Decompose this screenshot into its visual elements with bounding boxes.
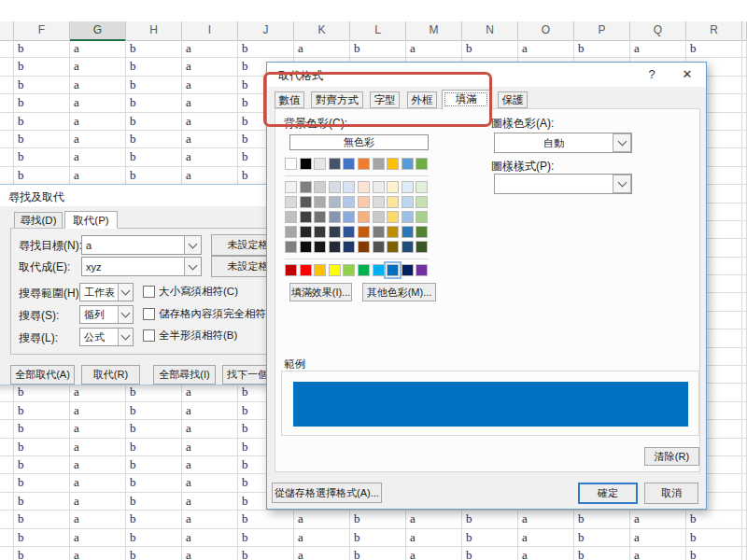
tab-font[interactable]: 字型 [370, 91, 400, 108]
color-swatch-variant[interactable] [329, 211, 341, 223]
grid-cell[interactable]: b [686, 547, 742, 560]
find-what-dropdown-icon[interactable] [184, 236, 201, 254]
color-swatch-variant[interactable] [387, 196, 399, 208]
pattern-style-dropdown-icon[interactable] [613, 175, 631, 193]
color-swatch-variant[interactable] [416, 211, 428, 223]
column-header-F[interactable]: F [14, 21, 70, 41]
column-header-P[interactable]: P [574, 21, 630, 41]
color-swatch-theme[interactable] [329, 158, 341, 170]
tab-replace[interactable]: 取代(P) [64, 211, 118, 229]
column-header-L[interactable]: L [350, 21, 406, 41]
grid-cell[interactable]: a [182, 547, 238, 560]
color-swatch-variant[interactable] [329, 226, 341, 238]
replace-with-dropdown-icon[interactable] [184, 258, 201, 275]
grid-cell[interactable]: a [294, 529, 350, 547]
grid-cell[interactable]: b [350, 529, 406, 547]
color-swatch-variant[interactable] [416, 241, 428, 253]
grid-cell[interactable]: b [238, 40, 294, 58]
grid-cell[interactable]: a [70, 131, 126, 148]
color-swatch-variant[interactable] [329, 241, 341, 253]
column-header-J[interactable]: J [238, 21, 294, 41]
grid-cell[interactable]: a [70, 113, 126, 131]
color-swatch-variant[interactable] [402, 226, 414, 238]
color-swatch-variant[interactable] [300, 226, 312, 238]
tab-border[interactable]: 外框 [407, 91, 437, 108]
grid-cell[interactable]: a [182, 94, 238, 112]
grid-cell[interactable]: a [182, 439, 238, 456]
color-swatch-variant[interactable] [358, 241, 370, 253]
color-swatch-variant[interactable] [416, 181, 428, 193]
grid-cell[interactable]: a [630, 547, 686, 560]
grid-cell[interactable]: b [126, 529, 182, 547]
grid-cell[interactable]: a [182, 474, 238, 492]
color-swatch-variant[interactable] [402, 241, 414, 253]
grid-cell[interactable]: b [126, 456, 182, 474]
grid-cell[interactable]: b [126, 493, 182, 511]
color-swatch-theme[interactable] [402, 158, 414, 170]
grid-cell[interactable]: a [182, 529, 238, 547]
grid-cell[interactable]: a [70, 402, 126, 420]
color-swatch-standard[interactable] [358, 264, 370, 276]
color-swatch-variant[interactable] [387, 211, 399, 223]
grid-cell[interactable]: b [462, 40, 518, 58]
grid-cell[interactable]: a [182, 456, 238, 474]
grid-cell[interactable]: b [462, 529, 518, 547]
color-swatch-theme[interactable] [373, 158, 385, 170]
grid-cell[interactable]: b [126, 402, 182, 420]
color-swatch-variant[interactable] [373, 196, 385, 208]
no-color-button[interactable]: 無色彩 [289, 134, 429, 150]
grid-cell[interactable]: b [574, 547, 630, 560]
look-in-dropdown-icon[interactable] [118, 329, 133, 345]
grid-cell[interactable]: a [182, 384, 238, 401]
grid-cell[interactable]: b [238, 511, 294, 528]
grid-cell[interactable]: a [70, 40, 126, 58]
fill-effects-button[interactable]: 填滿效果(I)... [289, 283, 352, 301]
color-swatch-selected[interactable] [387, 264, 399, 276]
grid-cell[interactable]: a [70, 148, 126, 166]
color-swatch-standard[interactable] [373, 264, 385, 276]
grid-cell[interactable]: b [126, 420, 182, 438]
help-icon[interactable]: ? [639, 66, 665, 83]
grid-cell[interactable]: a [70, 167, 126, 185]
search-order-select[interactable]: 循列 [79, 305, 134, 324]
grid-cell[interactable]: b [462, 547, 518, 560]
color-swatch-standard[interactable] [402, 264, 414, 276]
grid-cell[interactable]: a [182, 420, 238, 438]
grid-cell[interactable]: a [630, 511, 686, 528]
grid-cell[interactable]: a [70, 439, 126, 456]
grid-cell[interactable]: a [70, 58, 126, 76]
find-what-combobox[interactable]: a [81, 235, 202, 255]
replace-with-combobox[interactable]: xyz [81, 257, 202, 276]
within-select[interactable]: 工作表 [79, 283, 134, 301]
color-swatch-variant[interactable] [300, 196, 312, 208]
grid-cell[interactable]: a [518, 511, 574, 528]
match-entire-cell-checkbox[interactable]: 儲存格內容須完全相符(O) [143, 307, 282, 321]
grid-cell[interactable]: b [14, 547, 70, 560]
color-swatch-theme[interactable] [387, 158, 399, 170]
close-icon[interactable]: ✕ [674, 66, 700, 83]
ok-button[interactable]: 確定 [578, 483, 638, 504]
color-swatch-standard[interactable] [300, 264, 312, 276]
grid-cell[interactable]: b [14, 439, 70, 456]
color-swatch-theme[interactable] [343, 158, 355, 170]
color-swatch-standard[interactable] [343, 264, 355, 276]
grid-cell[interactable]: a [182, 58, 238, 76]
grid-cell[interactable]: a [70, 384, 126, 401]
color-swatch-variant[interactable] [343, 226, 355, 238]
color-swatch-standard[interactable] [314, 264, 326, 276]
replace-button[interactable]: 取代(R) [81, 365, 140, 385]
grid-cell[interactable]: b [126, 148, 182, 166]
grid-cell[interactable]: b [686, 511, 742, 528]
grid-cell[interactable]: a [518, 529, 574, 547]
color-swatch-theme[interactable] [358, 158, 370, 170]
color-swatch-variant[interactable] [402, 211, 414, 223]
grid-cell[interactable]: b [126, 511, 182, 528]
find-all-button[interactable]: 全部尋找(I) [153, 365, 216, 385]
grid-cell[interactable]: a [630, 529, 686, 547]
color-swatch-variant[interactable] [358, 226, 370, 238]
color-swatch-variant[interactable] [285, 241, 297, 253]
grid-cell[interactable]: b [126, 113, 182, 131]
grid-cell[interactable]: b [126, 77, 182, 94]
column-header-R[interactable]: R [686, 21, 742, 41]
grid-cell[interactable]: b [14, 456, 70, 474]
